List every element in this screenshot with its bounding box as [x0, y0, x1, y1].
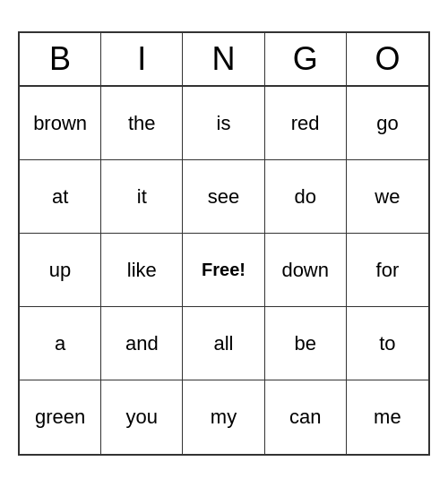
bingo-cell-15[interactable]: a [20, 307, 101, 380]
bingo-cell-9[interactable]: we [347, 160, 428, 234]
bingo-cell-19[interactable]: to [347, 307, 428, 380]
bingo-header: B I N G O [20, 33, 428, 87]
bingo-cell-7[interactable]: see [183, 160, 264, 234]
bingo-cell-5[interactable]: at [20, 160, 101, 234]
bingo-cell-16[interactable]: and [101, 307, 183, 380]
header-o: O [347, 33, 428, 85]
header-n: N [183, 33, 264, 85]
bingo-grid: browntheisredgoatitseedoweuplikeFree!dow… [20, 87, 428, 454]
bingo-cell-22[interactable]: my [183, 380, 264, 454]
header-g: G [265, 33, 347, 85]
bingo-cell-2[interactable]: is [183, 87, 264, 160]
bingo-cell-3[interactable]: red [265, 87, 347, 160]
bingo-cell-23[interactable]: can [265, 380, 347, 454]
bingo-cell-0[interactable]: brown [20, 87, 101, 160]
bingo-cell-14[interactable]: for [347, 234, 428, 307]
header-i: I [101, 33, 183, 85]
bingo-cell-10[interactable]: up [20, 234, 101, 307]
bingo-cell-24[interactable]: me [347, 380, 428, 454]
header-b: B [20, 33, 101, 85]
bingo-cell-4[interactable]: go [347, 87, 428, 160]
bingo-card: B I N G O browntheisredgoatitseedoweupli… [18, 31, 430, 456]
bingo-cell-11[interactable]: like [101, 234, 183, 307]
bingo-cell-12[interactable]: Free! [183, 234, 264, 307]
bingo-cell-1[interactable]: the [101, 87, 183, 160]
bingo-cell-6[interactable]: it [101, 160, 183, 234]
bingo-cell-8[interactable]: do [265, 160, 347, 234]
bingo-cell-17[interactable]: all [183, 307, 264, 380]
bingo-cell-20[interactable]: green [20, 380, 101, 454]
bingo-cell-18[interactable]: be [265, 307, 347, 380]
bingo-cell-21[interactable]: you [101, 380, 183, 454]
bingo-cell-13[interactable]: down [265, 234, 347, 307]
